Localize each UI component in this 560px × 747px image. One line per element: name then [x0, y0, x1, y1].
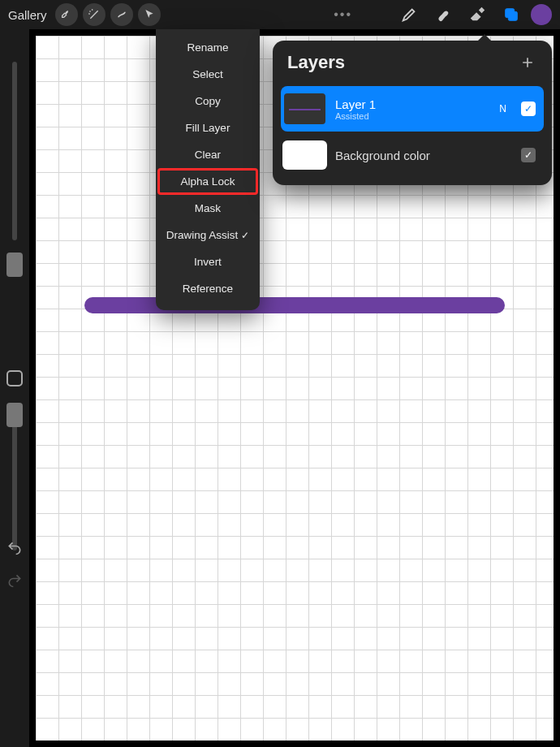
ctx-alpha-lock[interactable]: Alpha Lock: [157, 168, 258, 195]
top-toolbar: Gallery •••: [0, 0, 560, 29]
ctx-rename[interactable]: Rename: [156, 34, 260, 61]
ctx-mask[interactable]: Mask: [156, 195, 260, 222]
layer-row[interactable]: Layer 1 Assisted N ✓: [281, 86, 544, 132]
ctx-clear[interactable]: Clear: [156, 141, 260, 168]
check-icon: ✓: [241, 230, 249, 241]
add-layer-button[interactable]: [518, 53, 537, 72]
redo-button[interactable]: [6, 572, 24, 589]
layers-icon: [502, 6, 520, 24]
opacity-slider-track[interactable]: [12, 412, 17, 551]
s-curve-icon: [115, 8, 128, 21]
brush-size-slider-thumb[interactable]: [6, 253, 23, 277]
layer-name: Background color: [335, 149, 513, 162]
transform-button[interactable]: [138, 3, 161, 26]
ctx-fill-layer[interactable]: Fill Layer: [156, 114, 260, 141]
drawn-stroke: [84, 297, 505, 313]
color-picker-button[interactable]: [531, 4, 552, 25]
ctx-invert[interactable]: Invert: [156, 248, 260, 275]
ctx-reference[interactable]: Reference: [156, 275, 260, 302]
eraser-button[interactable]: [463, 0, 492, 29]
layer-row[interactable]: Background color ✓: [281, 136, 544, 174]
smudge-button[interactable]: [429, 0, 458, 29]
plus-icon: [519, 54, 536, 71]
layers-panel: Layers Layer 1 Assisted N ✓ Background c…: [273, 41, 552, 185]
eraser-icon: [468, 6, 486, 24]
layer-visibility-checkbox[interactable]: ✓: [521, 148, 536, 162]
ctx-copy[interactable]: Copy: [156, 88, 260, 114]
redo-icon: [6, 572, 23, 589]
brush-icon: [400, 6, 418, 24]
modify-button[interactable]: [6, 370, 23, 386]
layers-header: Layers: [273, 41, 552, 81]
brush-size-slider-track[interactable]: [12, 62, 17, 240]
layer-name: Layer 1: [335, 97, 491, 111]
layer-thumbnail: [282, 140, 327, 170]
more-options-button[interactable]: •••: [334, 7, 352, 22]
cursor-icon: [143, 8, 156, 21]
ctx-drawing-assist[interactable]: Drawing Assist✓: [156, 222, 260, 248]
ctx-select[interactable]: Select: [156, 61, 260, 88]
layer-info: Layer 1 Assisted: [335, 97, 491, 121]
selection-button[interactable]: [110, 3, 133, 26]
gallery-button[interactable]: Gallery: [8, 8, 47, 22]
popover-arrow-icon: [477, 34, 492, 41]
layer-thumbnail: [282, 92, 327, 126]
layers-button[interactable]: [497, 0, 526, 29]
svg-rect-1: [508, 11, 517, 20]
layer-subtitle: Assisted: [335, 111, 491, 121]
layer-context-menu: Rename Select Copy Fill Layer Clear Alph…: [156, 29, 260, 310]
layer-visibility-checkbox[interactable]: ✓: [521, 101, 536, 116]
actions-button[interactable]: [55, 3, 78, 26]
blend-mode-label[interactable]: N: [499, 103, 506, 114]
adjustments-button[interactable]: [83, 3, 106, 26]
undo-icon: [6, 540, 23, 556]
wand-icon: [88, 8, 101, 21]
wrench-icon: [60, 8, 73, 21]
brush-button[interactable]: [394, 0, 424, 29]
undo-button[interactable]: [6, 539, 24, 557]
layer-info: Background color: [335, 149, 513, 162]
opacity-slider-thumb[interactable]: [6, 403, 23, 427]
smudge-icon: [434, 6, 452, 24]
layers-title: Layers: [287, 52, 345, 73]
left-sidebar: [0, 29, 29, 747]
